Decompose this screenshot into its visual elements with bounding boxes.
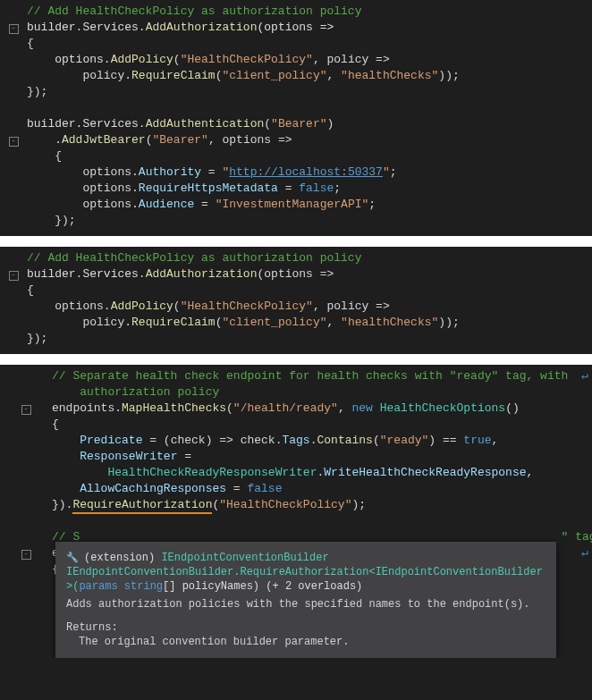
tooltip-description: Adds authorization policies with the spe… — [66, 597, 545, 611]
pane-divider — [0, 236, 592, 247]
fold-icon[interactable]: - — [21, 550, 31, 560]
code-pane-2[interactable]: // Add HealthCheckPolicy as authorizatio… — [0, 247, 592, 354]
fold-icon[interactable]: - — [21, 405, 31, 415]
extension-icon: 🔧 — [66, 552, 79, 563]
code-pane-3[interactable]: // Separate health check endpoint for he… — [0, 365, 592, 658]
token: builder — [27, 21, 76, 34]
fold-icon[interactable]: - — [9, 271, 19, 281]
url-link[interactable]: http://localhost:50337 — [229, 165, 383, 179]
fold-icon[interactable]: - — [9, 24, 19, 34]
wrap-icon: ↵ — [581, 545, 588, 561]
tooltip-returns: The original convention builder paramete… — [66, 635, 545, 649]
highlighted-method[interactable]: RequireAuthorization — [72, 498, 212, 514]
wrap-icon: ↵ — [581, 368, 588, 384]
tooltip-returns-heading: Returns: — [66, 620, 545, 635]
intellisense-tooltip: 🔧(extension) IEndpointConventionBuilder … — [55, 542, 556, 658]
pane-divider — [0, 354, 592, 365]
fold-icon[interactable]: - — [9, 137, 19, 147]
comment: // Add HealthCheckPolicy as authorizatio… — [27, 4, 361, 18]
comment: // Add HealthCheckPolicy as authorizatio… — [27, 251, 361, 265]
code-pane-1[interactable]: // Add HealthCheckPolicy as authorizatio… — [0, 0, 592, 236]
